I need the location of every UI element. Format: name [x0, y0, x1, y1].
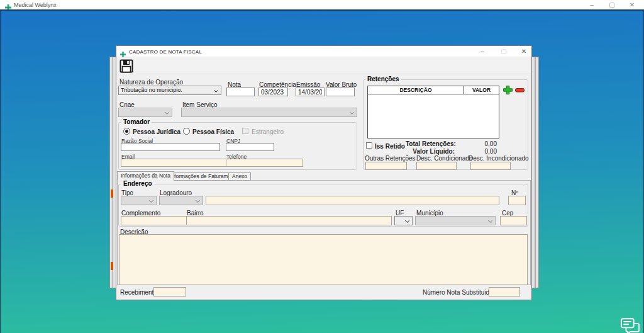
estrangeiro-label: Estrangeiro — [252, 128, 284, 135]
competencia-input[interactable] — [258, 87, 288, 96]
outras-retencoes-label: Outras Retenções — [365, 155, 416, 162]
item-servico-select[interactable] — [181, 108, 357, 117]
dialog-titlebar[interactable]: CADASTRO DE NOTA FISCAL – ▢ ✕ — [116, 46, 531, 57]
retencoes-caption: Retenções — [365, 76, 401, 82]
valor-liquido-label: Valor Líquido: — [406, 148, 455, 155]
cep-input[interactable] — [500, 216, 527, 225]
natureza-operacao-value: Tributação no municipio. — [119, 86, 221, 94]
window-maximize-button[interactable]: ▢ — [605, 1, 619, 9]
save-button[interactable] — [119, 59, 133, 73]
pessoa-fisica-label: Pessoa Física — [192, 128, 234, 135]
window-minimize-button[interactable]: – — [585, 1, 599, 9]
recebimento-label: Recebimento — [120, 289, 157, 296]
background-window-edge — [113, 57, 113, 288]
cnpj-input[interactable] — [226, 143, 274, 151]
municipio-select[interactable] — [415, 216, 496, 225]
background-window-marker — [111, 189, 113, 198]
remove-retencao-button[interactable] — [514, 85, 525, 95]
emissao-input[interactable] — [296, 87, 325, 96]
logradouro-input[interactable] — [206, 196, 499, 205]
email-input[interactable] — [121, 159, 226, 167]
mdi-client-area: CADASTRO DE NOTA FISCAL – ▢ ✕ Natureza d… — [0, 9, 644, 333]
logradouro-tipo-select[interactable] — [159, 196, 203, 205]
cnae-select[interactable] — [118, 108, 172, 117]
iss-retido-checkbox[interactable] — [366, 142, 372, 149]
desc-incondicionado-input[interactable] — [470, 162, 511, 170]
desc-condicionado-label: Desc. Condicionado — [416, 155, 473, 162]
chat-icon[interactable] — [620, 317, 640, 333]
pessoa-juridica-label: Pessoa Jurídica — [133, 128, 180, 135]
telefone-input[interactable] — [226, 159, 303, 167]
chevron-down-icon — [350, 110, 354, 115]
descricao-textarea[interactable] — [119, 234, 528, 285]
estrangeiro-checkbox — [242, 128, 248, 134]
numero-input[interactable] — [508, 196, 526, 205]
desc-condicionado-input[interactable] — [416, 162, 457, 170]
desc-incondicionado-label: Desc. Incondicionado — [469, 155, 529, 162]
numero-nota-substituida-label: Número Nota Substituida: — [423, 289, 495, 296]
outras-retencoes-input[interactable] — [365, 162, 407, 170]
chevron-down-icon — [196, 198, 200, 203]
total-retencoes-value: 0,00 — [478, 140, 497, 147]
complemento-input[interactable] — [121, 216, 193, 225]
pessoa-juridica-radio[interactable] — [123, 128, 130, 135]
os-titlebar: Medical Weblynx – ▢ ✕ — [0, 0, 644, 9]
chevron-down-icon — [149, 198, 153, 203]
tipo-select[interactable] — [121, 196, 157, 205]
screen: Medical Weblynx – ▢ ✕ CADASTRO DE NOTA F… — [0, 0, 644, 333]
razao-social-input[interactable] — [121, 143, 220, 151]
add-retencao-button[interactable] — [502, 85, 513, 95]
tab-anexo[interactable]: Anexo — [228, 172, 251, 181]
dialog-maximize-button: ▢ — [496, 47, 511, 56]
background-window-marker — [111, 262, 113, 270]
recebimento-input[interactable] — [153, 287, 186, 296]
pessoa-fisica-radio[interactable] — [183, 128, 190, 135]
uf-select[interactable] — [394, 216, 413, 225]
chevron-down-icon — [405, 218, 409, 223]
tomador-caption: Tomador — [121, 118, 152, 125]
dialog-title: CADASTRO DE NOTA FISCAL — [129, 49, 202, 55]
natureza-operacao-label: Natureza de Operação — [119, 79, 183, 86]
dialog-toolbar — [116, 58, 531, 74]
numero-nota-substituida-input[interactable] — [489, 287, 520, 296]
total-retencoes-label: Total Retenções: — [406, 140, 455, 147]
dialog-minimize-button[interactable]: – — [475, 47, 490, 56]
app-title: Medical Weblynx — [14, 2, 57, 8]
valor-bruto-input[interactable] — [326, 87, 355, 96]
cadastro-nota-fiscal-dialog: CADASTRO DE NOTA FISCAL – ▢ ✕ Natureza d… — [116, 45, 532, 300]
window-close-button[interactable]: ✕ — [625, 1, 639, 9]
col-valor: VALOR — [464, 86, 499, 94]
col-descricao: DESCRIÇÃO — [368, 86, 464, 94]
background-window-scrollbar — [535, 57, 536, 288]
retencoes-table[interactable]: DESCRIÇÃO VALOR — [367, 86, 499, 138]
natureza-operacao-select[interactable]: Tributação no municipio. — [118, 86, 221, 95]
dialog-close-button[interactable]: ✕ — [516, 47, 531, 56]
retencoes-table-header: DESCRIÇÃO VALOR — [368, 86, 499, 94]
chevron-down-icon — [488, 218, 492, 223]
valor-liquido-value: 0,00 — [478, 148, 497, 155]
endereco-caption: Endereço — [121, 180, 154, 187]
iss-retido-label: Iss Retido — [375, 143, 405, 150]
chevron-down-icon — [165, 110, 169, 115]
nota-input[interactable] — [226, 87, 255, 96]
bairro-input[interactable] — [186, 216, 392, 225]
